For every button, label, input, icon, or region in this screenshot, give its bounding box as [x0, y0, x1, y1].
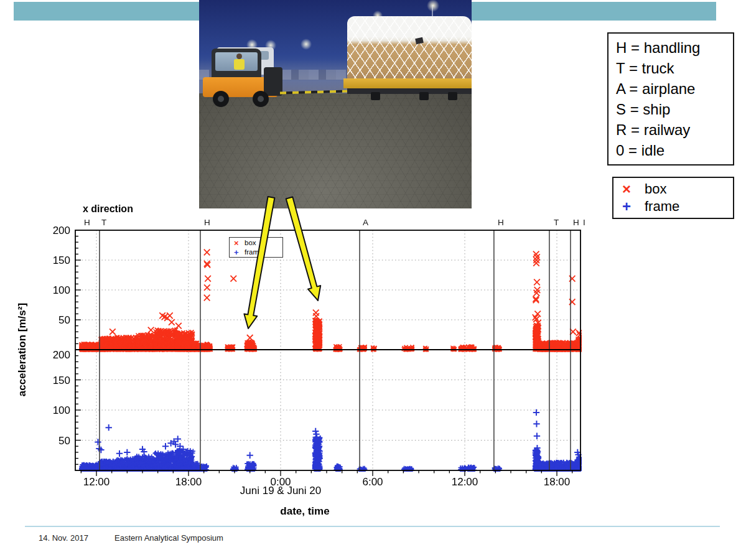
- event-segment-label: H: [204, 218, 210, 227]
- chart-title: x direction: [83, 203, 133, 215]
- y-tick-label: 200: [42, 225, 70, 237]
- event-segment-label: I: [583, 218, 585, 227]
- cargo-photo: [199, 0, 472, 208]
- abbrev-item: T = truck: [616, 58, 733, 78]
- photo-tug-truck: [203, 49, 285, 108]
- x-axis-date-label: Juni 19 & Juni 20: [187, 485, 374, 497]
- y-tick-label: 50: [42, 435, 70, 447]
- abbrev-item: A = airplane: [616, 78, 733, 99]
- photo-flatbed-trailer: [343, 78, 472, 103]
- presentation-slide: 505010010015015020020012:0018:000:006:00…: [0, 0, 746, 560]
- trailer-bed: [343, 78, 472, 88]
- y-tick-label: 150: [42, 254, 70, 267]
- plot-inner-legend: ×box+frame: [229, 237, 283, 258]
- tug-rear-wheel: [213, 91, 229, 107]
- event-segment-label: A: [363, 218, 368, 227]
- series-legend-row: ×box: [622, 180, 733, 198]
- abbrev-item: 0 = idle: [616, 140, 733, 161]
- trailer-wheel: [419, 92, 429, 100]
- box-marker-icon: ×: [234, 238, 245, 248]
- y-tick-label: 50: [42, 314, 70, 327]
- driver-hi-vis-vest: [234, 59, 245, 70]
- event-segment-label: T: [101, 218, 106, 227]
- driver-head: [236, 54, 242, 59]
- series-legend: ×box+frame: [612, 177, 734, 219]
- tug-window: [215, 52, 258, 71]
- event-segment-label: H: [84, 218, 90, 227]
- abbreviation-legend: H = handlingT = truckA = airplaneS = shi…: [607, 32, 734, 166]
- event-segment-label: H: [498, 218, 504, 227]
- tug-front-wheel: [253, 91, 269, 107]
- plot-legend-row: ×box: [234, 238, 282, 248]
- series-legend-row: +frame: [622, 198, 733, 215]
- frame-marker-icon: +: [234, 248, 245, 257]
- plot-legend-label: frame: [245, 248, 263, 257]
- event-segment-label: H: [573, 218, 579, 227]
- y-tick-label: 200: [42, 349, 70, 362]
- y-tick-label: 100: [42, 284, 70, 297]
- x-tick-label: 12:00: [443, 476, 487, 488]
- y-tick-label: 150: [42, 375, 70, 387]
- plot-legend-label: box: [245, 238, 256, 248]
- abbrev-item: H = handling: [616, 37, 733, 58]
- x-tick-label: 18:00: [535, 476, 579, 488]
- crate-label: [415, 37, 424, 44]
- trailer-wheel: [448, 92, 457, 100]
- box-marker-icon: ×: [622, 180, 645, 198]
- plot-legend-row: +frame: [234, 248, 282, 257]
- x-axis-title: date, time: [212, 505, 398, 518]
- y-tick-label: 100: [42, 404, 70, 417]
- photo-paved-apron: [199, 93, 472, 208]
- photo-netted-crate: [347, 16, 472, 81]
- trailer-wheel: [371, 92, 380, 100]
- abbrev-item: R = railway: [616, 119, 733, 140]
- series-label: frame: [645, 198, 679, 215]
- x-tick-label: 12:00: [75, 476, 118, 488]
- abbrev-item: S = ship: [616, 99, 733, 119]
- frame-marker-icon: +: [622, 198, 645, 215]
- series-label: box: [645, 180, 666, 198]
- y-axis-title: acceleration [m/s²]: [16, 256, 29, 443]
- event-segment-label: T: [554, 218, 559, 227]
